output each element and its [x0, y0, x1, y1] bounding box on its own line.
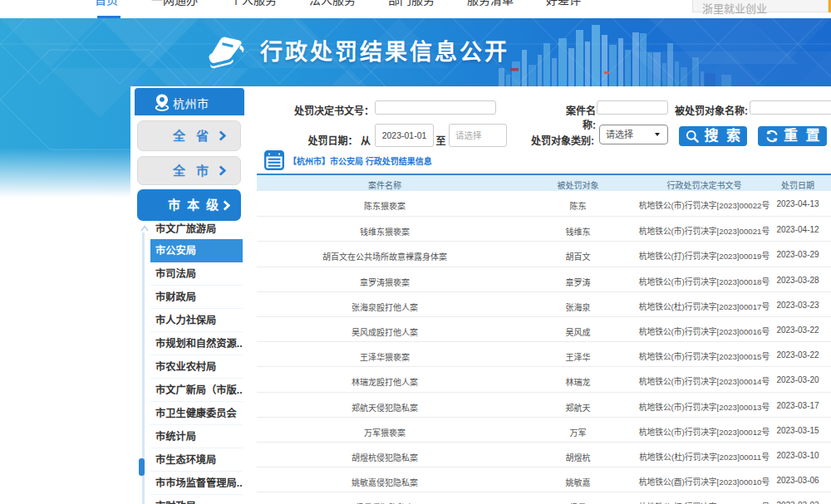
svg-text:行政处罚结果信息公开: 行政处罚结果信息公开 [259, 39, 509, 65]
